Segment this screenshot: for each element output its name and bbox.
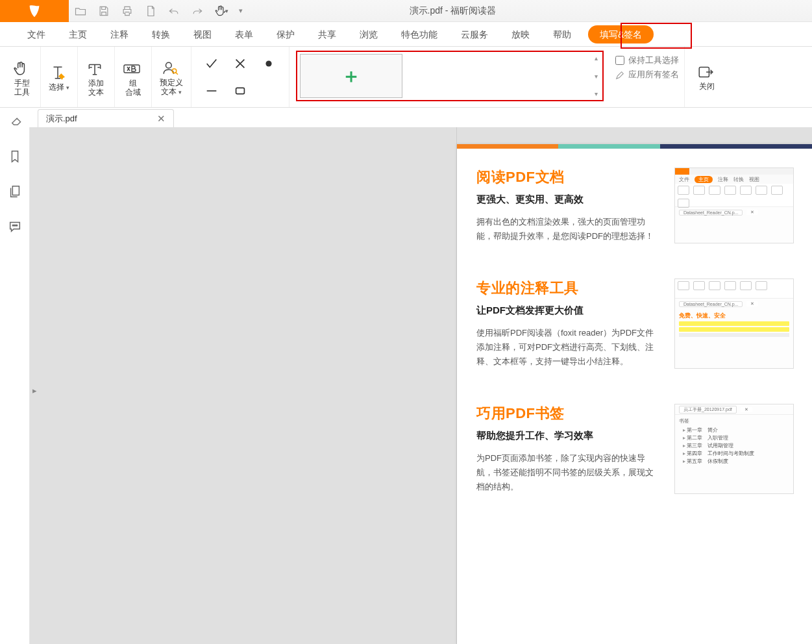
section-paragraph: 为PDF页面添加书签，除了实现内容的快速导航，书签还能指明不同书签的层级关系，展…: [476, 451, 660, 494]
more-icon[interactable]: ▾: [232, 0, 249, 22]
open-icon[interactable]: [69, 0, 92, 22]
tool-hand-label: 手型 工具: [14, 79, 30, 97]
mark-x-icon[interactable]: [228, 52, 252, 75]
plus-icon: ＋: [341, 63, 361, 90]
fill-marks-group: [191, 47, 289, 107]
section-read: 阅读PDF文档 更强大、更实用、更高效 拥有出色的文档渲染效果，强大的页面管理功…: [476, 167, 794, 243]
page-icon[interactable]: [139, 0, 162, 22]
print-icon[interactable]: [116, 0, 139, 22]
thumb-bookmark-item: 第四章 工作时间与考勤制度: [679, 450, 789, 458]
section-heading: 阅读PDF文档: [476, 167, 660, 187]
menu-annotate[interactable]: 注释: [99, 22, 140, 47]
hand-cursor-icon[interactable]: ▾: [209, 0, 232, 22]
mark-rect-icon[interactable]: [228, 79, 252, 103]
section-paragraph: 拥有出色的文档渲染效果，强大的页面管理功能，帮助提升效率，是您阅读PDF的理想选…: [476, 215, 660, 243]
scroll-more-icon[interactable]: ▾: [595, 90, 598, 97]
tool-select-label: 选择: [49, 82, 69, 92]
close-tab-button[interactable]: 关闭: [684, 47, 729, 107]
stage-blank-area: [30, 127, 457, 644]
close-tab-label: 关闭: [699, 82, 715, 91]
section-annotate: 专业的注释工具 让PDF文档发挥更大价值 使用福昕PDF阅读器（foxit re…: [476, 279, 794, 369]
bookmark-panel-icon[interactable]: [8, 149, 22, 166]
tool-add-text[interactable]: 添加 文本: [78, 47, 115, 107]
menu-home[interactable]: 主页: [57, 22, 99, 47]
section-subtitle: 让PDF文档发挥更大价值: [476, 304, 660, 317]
menu-form[interactable]: 表单: [223, 22, 265, 47]
thumb-tab: 注释: [718, 176, 728, 183]
menu-convert[interactable]: 转换: [140, 22, 182, 47]
svg-point-7: [14, 225, 16, 226]
hand-icon: [12, 60, 32, 77]
section-heading: 巧用PDF书签: [476, 404, 660, 423]
mark-line-icon[interactable]: [199, 79, 224, 103]
document-stage[interactable]: ▸ 阅读PDF文档 更强大、更实用、更高效 拥有出色的文档渲染效果，强大的页面管…: [30, 127, 812, 644]
eraser-icon[interactable]: [6, 109, 29, 131]
signature-options: 保持工具选择 应用所有签名: [610, 47, 684, 107]
expand-panel-icon[interactable]: ▸: [32, 386, 37, 395]
menu-share[interactable]: 共享: [306, 22, 348, 47]
thumb-doc-name: Datasheet_Reader_CN.p...: [679, 301, 743, 307]
mark-dot-icon[interactable]: [256, 52, 281, 75]
section-subtitle: 帮助您提升工作、学习效率: [476, 430, 660, 442]
section-subtitle: 更强大、更实用、更高效: [476, 193, 660, 206]
signature-gallery[interactable]: ＋ ▴ ▾ ▾: [296, 51, 604, 101]
tool-combine[interactable]: 组 合域: [115, 47, 152, 107]
comments-panel-icon[interactable]: [8, 219, 22, 236]
tool-predefined-label: 预定义 文本: [160, 78, 183, 97]
tool-add-text-label: 添加 文本: [88, 79, 104, 97]
svg-point-8: [16, 225, 17, 226]
thumb-bookmark-item: 第三章 试用期管理: [679, 442, 789, 450]
svg-rect-4: [236, 88, 245, 93]
thumb-tab: 转换: [733, 176, 744, 183]
apply-all-label: 应用所有签名: [628, 68, 679, 82]
add-signature-button[interactable]: ＋: [300, 54, 402, 98]
menu-slideshow[interactable]: 放映: [500, 22, 541, 47]
add-text-icon: [86, 60, 106, 77]
signature-gallery-scroll[interactable]: ▴ ▾ ▾: [591, 55, 601, 97]
undo-icon[interactable]: [162, 0, 186, 22]
keep-tool-checkbox[interactable]: 保持工具选择: [615, 53, 679, 68]
tool-predefined[interactable]: 预定义 文本: [152, 47, 191, 107]
thumb-bookmark-item: 第一章 简介: [679, 427, 789, 434]
keep-tool-label: 保持工具选择: [628, 53, 679, 68]
document-tab[interactable]: 演示.pdf ✕: [38, 109, 174, 127]
thumb-tab: 视图: [749, 176, 759, 183]
thumb-text-line: [679, 333, 789, 337]
menu-cloud[interactable]: 云服务: [449, 22, 500, 47]
section-heading: 专业的注释工具: [476, 279, 660, 298]
app-logo[interactable]: [0, 0, 69, 22]
menu-fill-sign[interactable]: 填写&签名: [588, 25, 654, 43]
save-icon[interactable]: [92, 0, 116, 22]
mark-check-icon[interactable]: [199, 52, 224, 75]
pages-panel-icon[interactable]: [8, 184, 22, 201]
tool-hand[interactable]: 手型 工具: [4, 47, 41, 107]
scroll-down-icon[interactable]: ▾: [595, 73, 598, 80]
menu-view[interactable]: 视图: [182, 22, 223, 47]
document-tabs: 演示.pdf ✕: [0, 108, 812, 127]
menu-file[interactable]: 文件: [16, 22, 57, 47]
thumb-panel-title: 书签: [679, 417, 789, 425]
keep-tool-input[interactable]: [615, 56, 624, 65]
menu-help[interactable]: 帮助: [541, 22, 583, 47]
scroll-up-icon[interactable]: ▴: [595, 55, 598, 62]
combine-field-icon: [123, 60, 143, 77]
menu-protect[interactable]: 保护: [265, 22, 306, 47]
redo-icon[interactable]: [186, 0, 209, 22]
svg-point-3: [265, 60, 271, 66]
thumb-tab: 主页: [695, 176, 713, 183]
title-bar: ▾ ▾ 演示.pdf - 福昕阅读器: [0, 0, 812, 22]
menu-feature[interactable]: 特色功能: [389, 22, 449, 47]
text-cursor-icon: [49, 64, 69, 81]
apply-all-signatures[interactable]: 应用所有签名: [615, 68, 679, 82]
document-tab-label: 演示.pdf: [46, 113, 77, 125]
thumbnail-annotate: Datasheet_Reader_CN.p...✕ 免费、快速、安全: [674, 279, 794, 369]
window-title: 演示.pdf - 福昕阅读器: [249, 5, 656, 17]
thumb-highlight-title: 免费、快速、安全: [679, 312, 789, 320]
pdf-page: 阅读PDF文档 更强大、更实用、更高效 拥有出色的文档渲染效果，强大的页面管理功…: [457, 144, 812, 644]
thumb-bookmark-item: 第二章 入职管理: [679, 434, 789, 442]
tool-combine-label: 组 合域: [125, 79, 141, 97]
menu-browse[interactable]: 浏览: [348, 22, 389, 47]
close-icon[interactable]: ✕: [157, 113, 166, 125]
tool-select[interactable]: 选择: [41, 47, 78, 107]
thumb-highlight-line: [679, 327, 789, 332]
